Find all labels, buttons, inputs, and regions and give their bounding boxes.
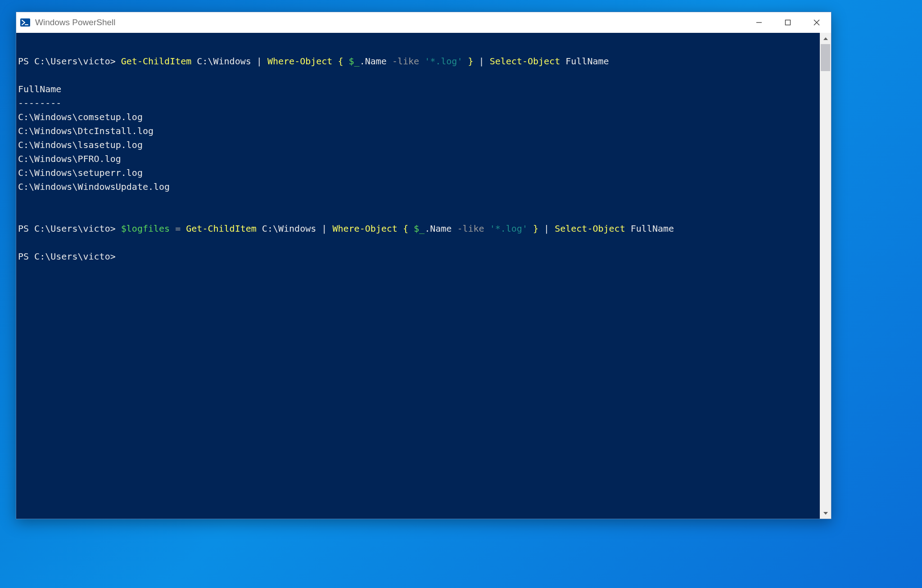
token: FullName <box>625 223 674 234</box>
token: = <box>170 223 186 234</box>
token: C:\Windows\comsetup.log <box>18 112 143 122</box>
powershell-icon <box>20 17 31 28</box>
token: '*.log' <box>490 223 528 234</box>
maximize-button[interactable] <box>773 12 802 33</box>
token: $_ <box>349 56 360 67</box>
svg-rect-3 <box>786 20 791 25</box>
token: .Name <box>360 56 392 67</box>
token: C:\Windows <box>191 56 257 67</box>
vertical-scrollbar[interactable] <box>820 33 831 519</box>
token: PS C:\Users\victo> <box>18 251 121 262</box>
token: .Name <box>425 223 457 234</box>
token: { <box>332 56 348 67</box>
window-title: Windows PowerShell <box>35 18 745 27</box>
token: -------- <box>18 98 61 108</box>
token: '*.log' <box>425 56 462 67</box>
token: Select-Object <box>555 223 625 234</box>
scroll-up-arrow-icon[interactable] <box>820 33 831 44</box>
token: -like <box>457 223 489 234</box>
token: Select-Object <box>490 56 560 67</box>
token: Get-ChildItem <box>121 56 192 67</box>
token: C:\Windows\setuperr.log <box>18 167 143 178</box>
token: C:\Windows <box>257 223 322 234</box>
token: | <box>321 223 332 234</box>
scrollbar-track[interactable] <box>820 44 831 507</box>
close-button[interactable] <box>802 12 831 33</box>
token: } <box>528 223 544 234</box>
desktop-background: Windows PowerShell PS C:\Users\victo> Ge… <box>0 0 922 588</box>
client-area: PS C:\Users\victo> Get-ChildItem C:\Wind… <box>16 33 831 519</box>
token: PS C:\Users\victo> <box>18 223 121 234</box>
token: $_ <box>414 223 425 234</box>
token: } <box>462 56 479 67</box>
token: | <box>479 56 490 67</box>
scrollbar-thumb[interactable] <box>821 44 830 71</box>
token: -like <box>392 56 425 67</box>
token: Where-Object <box>332 223 398 234</box>
window-controls <box>745 12 831 33</box>
token: C:\Windows\WindowsUpdate.log <box>18 181 170 192</box>
terminal-output[interactable]: PS C:\Users\victo> Get-ChildItem C:\Wind… <box>16 33 820 519</box>
token: $logfiles <box>121 223 170 234</box>
token: C:\Windows\DtcInstall.log <box>18 126 154 136</box>
token: FullName <box>560 56 609 67</box>
token: FullName <box>18 84 61 94</box>
token: | <box>544 223 555 234</box>
token: PS C:\Users\victo> <box>18 56 121 67</box>
token: Where-Object <box>267 56 333 67</box>
token: C:\Windows\lsasetup.log <box>18 139 143 150</box>
token: { <box>398 223 414 234</box>
powershell-window: Windows PowerShell PS C:\Users\victo> Ge… <box>16 12 832 519</box>
titlebar[interactable]: Windows PowerShell <box>16 12 831 33</box>
token: Get-ChildItem <box>186 223 257 234</box>
token: C:\Windows\PFRO.log <box>18 153 121 164</box>
scroll-down-arrow-icon[interactable] <box>820 507 831 519</box>
minimize-button[interactable] <box>745 12 773 33</box>
token: | <box>257 56 267 67</box>
